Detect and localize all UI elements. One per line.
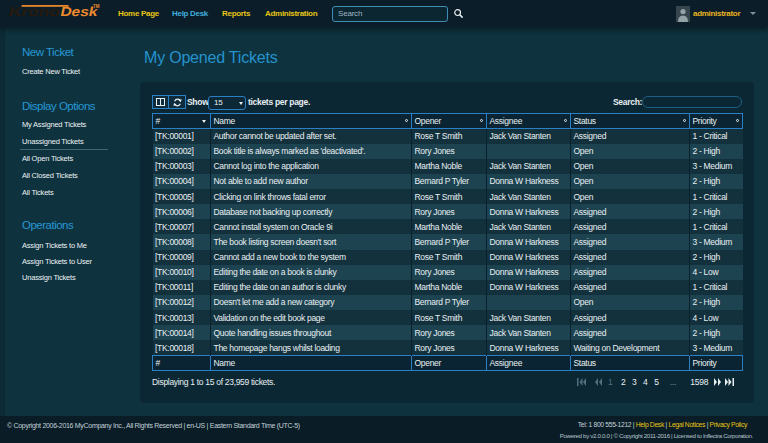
svg-text:Krono: Krono <box>8 5 62 20</box>
svg-text:TM: TM <box>93 4 100 9</box>
